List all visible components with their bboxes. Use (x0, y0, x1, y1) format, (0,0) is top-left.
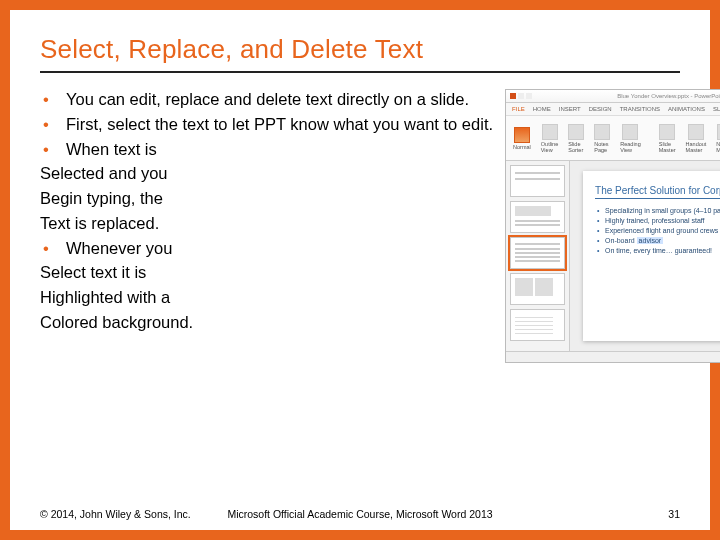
ribbon-label: Notes Master (716, 141, 720, 153)
bullet-cont: Begin typing, the (40, 186, 493, 211)
tab-item: HOME (533, 106, 551, 112)
slide-title-rule (595, 198, 720, 199)
slide-thumb (510, 165, 565, 197)
body-row: • You can edit, replace and delete text … (40, 87, 680, 363)
slide-bullet-text: On-board (605, 237, 637, 244)
slide-bullet: On time, every time… guaranteed! (595, 247, 720, 254)
ribbon-label: Outline View (541, 141, 558, 153)
tab-item: TRANSITIONS (620, 106, 660, 112)
bullet-item: • Whenever you (40, 236, 493, 261)
bullet-dot-icon: • (40, 112, 52, 137)
bullet-dot-icon: • (40, 87, 52, 112)
bullet-text: When text is (66, 137, 157, 162)
slide-title: The Perfect Solution for Corporate Trave… (595, 185, 720, 196)
tab-file: FILE (512, 106, 525, 112)
ribbon-button: Normal (510, 126, 534, 151)
footer-copyright: © 2014, John Wiley & Sons, Inc. (40, 508, 191, 520)
ribbon-button: Handout Master (683, 123, 710, 154)
footer: © 2014, John Wiley & Sons, Inc. Microsof… (40, 508, 680, 520)
ribbon-label: Notes Page (594, 141, 610, 153)
ribbon-label: Slide Sorter (568, 141, 584, 153)
ribbon-label: Slide Master (659, 141, 676, 153)
tab-item: INSERT (559, 106, 581, 112)
slide-bullet: Experienced flight and ground crews (595, 227, 720, 234)
bullet-item: • When text is (40, 137, 493, 162)
bullet-text: You can edit, replace and delete text di… (66, 87, 469, 112)
bullet-cont: Colored background. (40, 310, 493, 335)
slide-frame: Select, Replace, and Delete Text • You c… (0, 0, 720, 540)
ribbon-button: Reading View (617, 123, 644, 154)
slide-bullet: Specializing in small groups (4–10 passe… (595, 207, 720, 214)
ribbon-button: Slide Sorter (565, 123, 587, 154)
ppt-titlebar: Blue Yonder Overview.pptx - PowerPoint (506, 90, 720, 103)
ribbon-button: Notes Page (591, 123, 613, 154)
notes-page-icon (594, 124, 610, 140)
ribbon-label: Handout Master (686, 141, 707, 153)
slide-master-icon (659, 124, 675, 140)
bullet-item: • First, select the text to let PPT know… (40, 112, 493, 137)
ribbon-label: Reading View (620, 141, 641, 153)
figure-wrap: Blue Yonder Overview.pptx - PowerPoint F… (505, 89, 720, 363)
slide-content: Select, Replace, and Delete Text • You c… (10, 10, 710, 530)
bullet-item: • You can edit, replace and delete text … (40, 87, 493, 112)
bullet-cont: Text is replaced. (40, 211, 493, 236)
bullet-dot-icon: • (40, 236, 52, 261)
bullet-cont: Highlighted with a (40, 285, 493, 310)
outline-view-icon (542, 124, 558, 140)
slide-thumb-selected (510, 237, 565, 269)
text-column: • You can edit, replace and delete text … (40, 87, 493, 363)
ribbon-button: Outline View (538, 123, 561, 154)
slide-bullet: On-board advisor (595, 237, 720, 244)
ppt-workspace: The Perfect Solution for Corporate Trave… (506, 161, 720, 351)
reading-view-icon (622, 124, 638, 140)
ribbon-label: Normal (513, 144, 531, 150)
footer-page-number: 31 (668, 508, 680, 520)
bullet-cont: Select text it is (40, 260, 493, 285)
tab-item: DESIGN (589, 106, 612, 112)
slide-thumb (510, 201, 565, 233)
ribbon: Normal Outline View Slide Sorter Notes P… (506, 116, 720, 161)
tab-item: ANIMATIONS (668, 106, 705, 112)
thumbnail-pane (506, 161, 570, 351)
powerpoint-screenshot: Blue Yonder Overview.pptx - PowerPoint F… (505, 89, 720, 363)
slide-thumb (510, 309, 565, 341)
ribbon-tabs: FILE HOME INSERT DESIGN TRANSITIONS ANIM… (506, 103, 720, 116)
bullet-text: Whenever you (66, 236, 172, 261)
ribbon-button: Notes Master (713, 123, 720, 154)
slide-sorter-icon (568, 124, 584, 140)
bullet-dot-icon: • (40, 137, 52, 162)
slide-canvas: The Perfect Solution for Corporate Trave… (570, 161, 720, 351)
qat-icon (518, 93, 524, 99)
normal-view-icon (514, 127, 530, 143)
selected-text: advisor (637, 237, 664, 244)
slide-thumb (510, 273, 565, 305)
bullet-text: First, select the text to let PPT know w… (66, 112, 493, 137)
slide-preview: The Perfect Solution for Corporate Trave… (583, 171, 720, 341)
status-bar (506, 351, 720, 362)
tab-item: SLIDE SHOW (713, 106, 720, 112)
qat-icon (526, 93, 532, 99)
window-title: Blue Yonder Overview.pptx - PowerPoint (617, 93, 720, 99)
bullet-cont: Selected and you (40, 161, 493, 186)
powerpoint-icon (510, 93, 516, 99)
slide-bullet: Highly trained, professional staff (595, 217, 720, 224)
title-rule (40, 71, 680, 73)
page-title: Select, Replace, and Delete Text (40, 34, 680, 65)
ribbon-button: Slide Master (656, 123, 679, 154)
handout-master-icon (688, 124, 704, 140)
